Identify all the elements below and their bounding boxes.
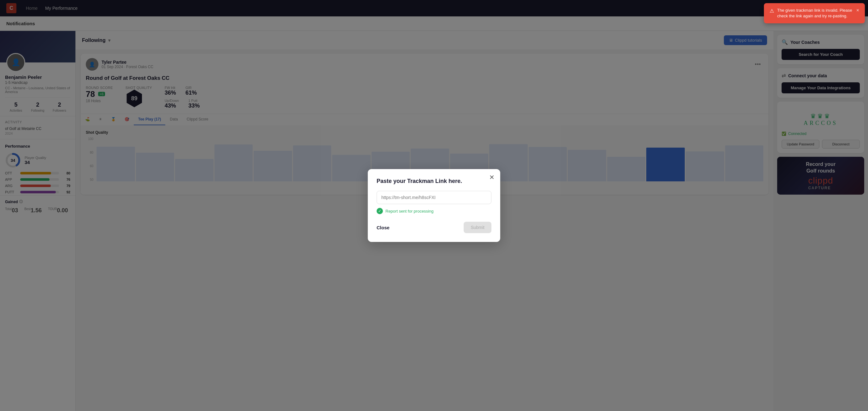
toast-close-button[interactable]: ×: [856, 7, 859, 13]
error-toast: ⚠ The given trackman link is invalid. Pl…: [764, 3, 865, 23]
trackman-modal: Paste your Trackman Link here. ✕ ✓ Repor…: [368, 169, 500, 242]
success-text: Report sent for processing: [385, 209, 433, 214]
modal-close-x-button[interactable]: ✕: [489, 174, 495, 181]
success-message: ✓ Report sent for processing: [377, 208, 491, 214]
success-checkmark-icon: ✓: [377, 208, 383, 214]
modal-close-button[interactable]: Close: [377, 225, 390, 230]
modal-overlay: Paste your Trackman Link here. ✕ ✓ Repor…: [0, 0, 868, 411]
modal-actions: Close Submit: [377, 222, 491, 233]
warning-icon: ⚠: [770, 8, 774, 14]
trackman-link-input[interactable]: [377, 191, 491, 204]
error-message: The given trackman link is invalid. Plea…: [777, 7, 853, 19]
modal-submit-button[interactable]: Submit: [464, 222, 491, 233]
modal-title: Paste your Trackman Link here.: [377, 178, 491, 185]
